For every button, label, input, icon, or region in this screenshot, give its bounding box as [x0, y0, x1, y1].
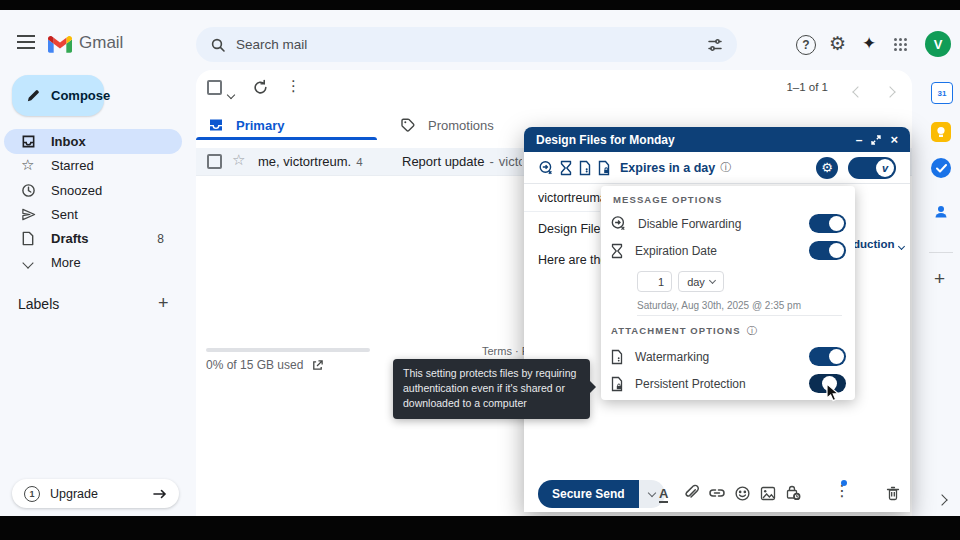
search-icon[interactable] [210, 37, 226, 53]
search-options-icon[interactable] [707, 37, 723, 53]
insert-image-button[interactable] [760, 486, 776, 501]
chevron-down-icon [21, 255, 37, 270]
open-in-new-icon[interactable] [311, 359, 324, 372]
close-icon[interactable]: × [890, 132, 898, 147]
upgrade-button[interactable]: 1 Upgrade [12, 479, 179, 508]
option-label: Expiration Date [635, 244, 717, 258]
body-text[interactable]: Here are the fil [538, 253, 602, 267]
insert-emoji-button[interactable] [734, 485, 751, 502]
more-options-button[interactable]: ⋮ [286, 79, 301, 94]
expiry-value-input[interactable]: 1 [637, 271, 672, 292]
avatar-letter: V [934, 37, 943, 52]
disable-forwarding-toggle[interactable] [809, 214, 846, 233]
newer-page-button[interactable] [854, 82, 862, 100]
refresh-button[interactable] [252, 79, 269, 96]
expiration-icon[interactable] [559, 160, 573, 176]
send-icon [21, 207, 37, 222]
expires-summary[interactable]: Expires in a day ⓘ [620, 161, 731, 175]
sidebar-item-snoozed[interactable]: Snoozed [4, 178, 182, 203]
attachment-options-title: ATTACHMENT OPTIONS [611, 325, 741, 336]
subject-field[interactable]: Design Files f [538, 222, 600, 236]
add-label-button[interactable]: + [158, 293, 169, 314]
virtru-master-toggle[interactable]: v [848, 157, 896, 179]
email-senders[interactable]: me, victortreum. 4 [258, 148, 363, 175]
pencil-icon [26, 88, 41, 103]
keep-icon[interactable] [931, 122, 951, 142]
gmail-logo: Gmail [48, 33, 123, 53]
inbox-tab-icon [208, 117, 224, 133]
select-all-checkbox[interactable] [207, 80, 222, 95]
older-page-button[interactable] [886, 82, 894, 100]
tooltip-arrow [590, 381, 596, 393]
gemini-button[interactable]: ✦ [862, 35, 876, 52]
recipient-field[interactable]: victortreumar [538, 191, 608, 205]
search-input[interactable]: Search mail [236, 37, 307, 52]
email-star-button[interactable]: ☆ [232, 153, 245, 168]
tab-label: Primary [236, 118, 284, 133]
disable-forwarding-icon[interactable] [538, 160, 554, 176]
virtru-settings-button[interactable]: ⚙ [816, 157, 838, 179]
field-divider [524, 211, 600, 212]
confidential-mode-button[interactable] [785, 484, 801, 501]
hamburger-icon [17, 35, 35, 37]
refresh-icon [252, 79, 269, 96]
contacts-icon[interactable] [931, 202, 951, 222]
option-row-watermarking: Watermarking [610, 347, 846, 366]
sidebar-item-drafts[interactable]: Drafts 8 [4, 226, 182, 251]
email-row-checkbox[interactable] [207, 154, 222, 169]
tag-icon [400, 117, 416, 133]
sidebar-item-sent[interactable]: Sent [4, 202, 182, 227]
secure-send-button[interactable]: Secure Send [538, 480, 639, 508]
info-icon: ⓘ [747, 326, 757, 336]
sidebar-item-label: Snoozed [51, 183, 102, 198]
help-button[interactable]: ? [796, 35, 816, 55]
screen: Gmail Search mail ? ⚙ ✦ V Compose Inbox [0, 0, 960, 540]
popout-icon[interactable] [871, 135, 881, 145]
sidebar-item-label: Sent [51, 207, 78, 222]
option-row-persistent-protection: Persistent Protection [610, 374, 846, 393]
tooltip: This setting protects files by requiring… [393, 359, 590, 419]
email-subject: Report update [402, 154, 484, 169]
expiry-unit-select[interactable]: day [678, 271, 724, 292]
watermarking-toggle[interactable] [809, 347, 846, 366]
pagination-label: 1–1 of 1 [760, 81, 828, 93]
protected-file-icon[interactable] [597, 160, 611, 176]
notification-dot [841, 480, 847, 486]
compose-titlebar[interactable]: Design Files for Monday – × [524, 127, 910, 152]
discard-draft-button[interactable] [886, 485, 900, 501]
watermark-file-icon[interactable] [578, 160, 592, 176]
settings-button[interactable]: ⚙ [829, 34, 846, 53]
gmail-app: Gmail Search mail ? ⚙ ✦ V Compose Inbox [0, 0, 960, 540]
main-menu-button[interactable] [14, 32, 38, 52]
sidebar-item-more[interactable]: More [4, 250, 182, 275]
minimize-icon[interactable]: – [856, 133, 863, 147]
tasks-icon[interactable] [931, 158, 951, 178]
compose-label: Compose [51, 88, 110, 103]
insert-link-button[interactable] [708, 486, 726, 500]
secure-send-split-button: Secure Send [538, 480, 665, 508]
sidebar-item-inbox[interactable]: Inbox [4, 129, 182, 154]
clipped-dropdown[interactable]: duction [853, 235, 904, 253]
sidebar-item-label: Drafts [51, 231, 89, 246]
attach-file-button[interactable] [682, 484, 699, 501]
search-bar[interactable]: Search mail [196, 27, 737, 62]
calendar-icon[interactable]: 31 [931, 82, 953, 104]
select-dropdown-icon[interactable] [228, 84, 234, 102]
avatar[interactable]: V [925, 31, 951, 57]
rail-divider [929, 252, 953, 253]
compose-button[interactable]: Compose [12, 75, 104, 116]
message-options-title: MESSAGE OPTIONS [613, 194, 722, 205]
gmail-m-icon [48, 34, 72, 53]
formatting-button[interactable]: A [659, 487, 668, 503]
add-addon-button[interactable]: + [934, 268, 945, 290]
email-subject-snippet[interactable]: Report update - victortreu [402, 148, 522, 175]
attachment-options-header: ATTACHMENT OPTIONS ⓘ [611, 325, 757, 336]
sidebar-item-starred[interactable]: ☆ Starred [4, 153, 182, 178]
option-label: Watermarking [635, 350, 709, 364]
apps-button[interactable] [893, 37, 908, 52]
expiration-date-toggle[interactable] [809, 241, 846, 260]
storage-progress-bar [206, 348, 370, 352]
tab-primary[interactable]: Primary [196, 110, 377, 140]
collapse-rail-button[interactable] [938, 490, 946, 508]
expiry-datetime: Saturday, Aug 30th, 2025 @ 2:35 pm [637, 300, 801, 311]
